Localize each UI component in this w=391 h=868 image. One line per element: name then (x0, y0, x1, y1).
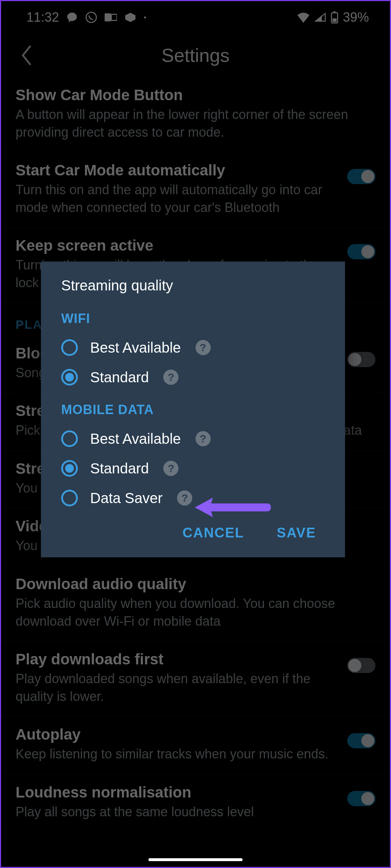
radio-icon (61, 369, 78, 386)
radio-label: Best Available (90, 340, 181, 356)
radio-label: Data Saver (90, 490, 163, 506)
radio-mobile-standard[interactable]: Standard ? (41, 454, 345, 483)
radio-label: Standard (90, 460, 149, 477)
help-icon[interactable]: ? (177, 490, 192, 506)
gesture-bar[interactable] (148, 858, 243, 861)
radio-wifi-best[interactable]: Best Available ? (41, 333, 345, 362)
help-icon[interactable]: ? (163, 461, 178, 476)
help-icon[interactable]: ? (196, 431, 211, 446)
streaming-quality-dialog: Streaming quality WIFI Best Available ? … (41, 261, 345, 557)
radio-label: Best Available (90, 431, 181, 447)
radio-mobile-best[interactable]: Best Available ? (41, 424, 345, 454)
cancel-button[interactable]: CANCEL (182, 525, 244, 541)
radio-mobile-datasaver[interactable]: Data Saver ? (41, 483, 345, 513)
radio-icon (61, 339, 78, 356)
dialog-section-wifi: WIFI (41, 304, 345, 333)
radio-icon (61, 430, 78, 447)
radio-icon (61, 490, 78, 506)
help-icon[interactable]: ? (163, 370, 178, 385)
radio-icon (61, 460, 78, 477)
help-icon[interactable]: ? (196, 340, 211, 355)
radio-label: Standard (90, 369, 149, 386)
dialog-section-mobile: MOBILE DATA (41, 392, 345, 424)
radio-wifi-standard[interactable]: Standard ? (41, 362, 345, 392)
dialog-title: Streaming quality (41, 277, 345, 304)
save-button[interactable]: SAVE (277, 525, 316, 541)
